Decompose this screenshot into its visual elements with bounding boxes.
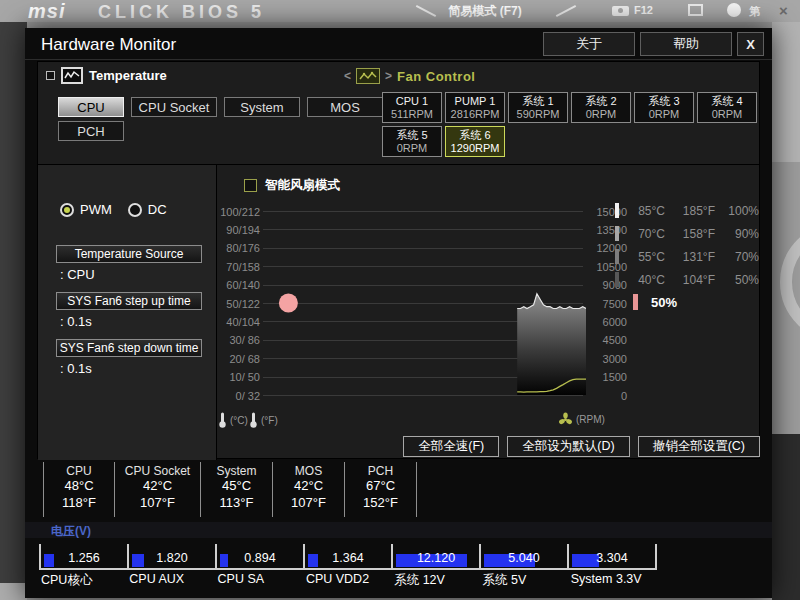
voltage-value: 1.256	[41, 551, 127, 565]
level-row: 40°C104°F50%	[615, 268, 759, 291]
smart-fan-checkbox[interactable]	[244, 179, 257, 192]
fan-cell[interactable]: 系统 40RPM	[697, 92, 757, 123]
about-button[interactable]: 关于	[543, 32, 635, 56]
help-button[interactable]: 帮助	[640, 32, 732, 56]
fan-cell[interactable]: 系统 1590RPM	[508, 92, 568, 123]
level-percent: 100%	[715, 204, 759, 218]
fan-name: PUMP 1	[446, 94, 504, 108]
tab-system[interactable]: System	[224, 97, 300, 117]
voltage-value: 1.820	[129, 551, 215, 565]
fan-name: 系统 1	[509, 94, 567, 108]
fan-cell[interactable]: PUMP 12816RPM	[445, 92, 505, 123]
set-default-button[interactable]: 全部设为默认(D)	[507, 436, 629, 457]
tab-pch[interactable]: PCH	[58, 121, 124, 141]
level-celsius: 40°C	[623, 273, 665, 287]
fan-chart-icon	[356, 68, 380, 84]
celsius-label: (°C)	[230, 415, 248, 426]
fan-cell[interactable]: 系统 50RPM	[382, 126, 442, 157]
grid-line	[263, 395, 583, 396]
bios-title: CLICK BIOS 5	[98, 2, 265, 23]
divider	[25, 59, 772, 60]
fan-cell[interactable]: 系统 30RPM	[634, 92, 694, 123]
axis-left-label: 0/ 32	[219, 390, 263, 402]
fahrenheit-unit[interactable]: (°F)	[249, 412, 278, 428]
thermometer-icon	[218, 412, 227, 428]
fan-rpm: 590RPM	[509, 108, 567, 121]
tab-cpu-socket[interactable]: CPU Socket	[131, 97, 217, 117]
next-arrow-icon[interactable]: >	[385, 69, 392, 83]
fan-cell[interactable]: 系统 61290RPM	[445, 126, 505, 157]
easy-mode-button[interactable]: 简易模式 (F7)	[395, 3, 575, 20]
fan-control-header: < > Fan Control	[344, 68, 475, 84]
level-celsius: 70°C	[623, 227, 665, 241]
profile-icon[interactable]	[727, 3, 741, 17]
axis-right-label: 1500	[583, 371, 627, 383]
prev-arrow-icon[interactable]: <	[344, 69, 351, 83]
fan-name: 系统 3	[635, 94, 693, 108]
temperature-tabs-row2: PCH	[58, 121, 124, 141]
dialog-buttons: 关于 帮助 X	[543, 32, 764, 56]
voltage-value: 3.304	[569, 551, 655, 565]
fan-icon	[558, 412, 573, 427]
temp-status-celsius: 45°C	[201, 478, 272, 494]
smart-fan-checkbox-row: 智能风扇模式	[244, 177, 340, 194]
temp-status-name: CPU	[44, 464, 114, 478]
tab-cpu[interactable]: CPU	[58, 97, 124, 117]
axis-left-label: 60/140	[219, 279, 263, 291]
fan-curve-plot[interactable]	[266, 211, 586, 395]
axis-left-label: 100/212	[219, 206, 263, 218]
close-button[interactable]: X	[737, 32, 764, 56]
fan-rpm: 0RPM	[698, 108, 756, 121]
axis-left-label: 40/104	[219, 316, 263, 328]
voltage-name: CPU AUX	[127, 572, 215, 589]
temp-status-fahrenheit: 152°F	[345, 494, 416, 511]
voltage-name: 系统 5V	[480, 572, 568, 589]
full-speed-button[interactable]: 全部全速(F)	[403, 436, 499, 457]
background-corner	[0, 583, 27, 600]
bios-topbar: msi CLICK BIOS 5 简易模式 (F7) F12 第 ×	[0, 0, 800, 22]
radio-dc[interactable]: DC	[128, 202, 167, 217]
fan-percent-drag-dot[interactable]	[279, 294, 298, 313]
radio-pwm[interactable]: PWM	[60, 202, 112, 217]
language-label[interactable]: 第	[749, 4, 760, 19]
celsius-unit[interactable]: (°C)	[218, 412, 248, 428]
fan-rpm: 511RPM	[383, 108, 441, 121]
level-fahrenheit: 104°F	[665, 273, 715, 287]
axis-left-label: 30/ 86	[219, 334, 263, 346]
divider	[216, 165, 217, 460]
axis-left-label: 90/194	[219, 224, 263, 236]
temp-status-celsius: 67°C	[345, 478, 416, 494]
temperature-header: Temperature	[46, 67, 167, 84]
step-down-time-button[interactable]: SYS Fan6 step down time	[56, 339, 202, 357]
fan-cell[interactable]: 系统 20RPM	[571, 92, 631, 123]
background-ring-decor	[780, 222, 800, 342]
temperature-source-button[interactable]: Temperature Source	[56, 245, 202, 263]
radio-pwm-label: PWM	[80, 202, 112, 217]
temperature-source-value: : CPU	[60, 267, 95, 282]
background-left-strip	[0, 22, 27, 583]
fan-name: 系统 6	[446, 128, 504, 142]
collapse-icon[interactable]	[46, 71, 55, 80]
axis-left-label: 50/122	[219, 298, 263, 310]
temp-status-celsius: 48°C	[44, 478, 114, 494]
voltage-cell: 1.256	[39, 544, 127, 568]
temp-status-celsius: 42°C	[273, 478, 344, 494]
voltage-cell: 0.894	[215, 544, 303, 568]
step-up-time-value: : 0.1s	[60, 314, 92, 329]
bios-close-icon[interactable]: ×	[779, 2, 788, 19]
manual-percent-value: 50%	[651, 295, 677, 310]
fan-cell[interactable]: CPU 1511RPM	[382, 92, 442, 123]
voltage-cell: 1.364	[303, 544, 391, 568]
picture-icon[interactable]	[688, 4, 703, 16]
radio-dc-label: DC	[148, 202, 167, 217]
temp-status-name: System	[201, 464, 272, 478]
step-up-time-button[interactable]: SYS Fan6 step up time	[56, 292, 202, 310]
screenshot-icon[interactable]	[612, 6, 629, 16]
fan-name: 系统 2	[572, 94, 630, 108]
temp-status-name: PCH	[345, 464, 416, 478]
fan-level-legend: 85°C185°F100%70°C158°F90%55°C131°F70%40°…	[615, 199, 759, 291]
level-bar-icon	[615, 272, 619, 287]
level-celsius: 85°C	[623, 204, 665, 218]
cancel-all-button[interactable]: 撤销全部设置(C)	[638, 436, 760, 457]
tab-mos[interactable]: MOS	[307, 97, 383, 117]
